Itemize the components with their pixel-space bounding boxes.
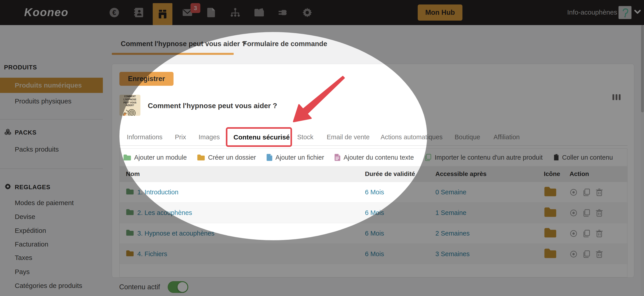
delete-trash-icon[interactable] <box>596 229 603 238</box>
sidebar-item-produits-physiques[interactable]: Produits physiques <box>15 97 71 105</box>
view-eye-icon[interactable] <box>570 209 578 217</box>
contacts-icon[interactable] <box>129 0 149 25</box>
thumb-text: L'HYPNOSE <box>120 98 140 101</box>
add-text-content-button[interactable]: Ajouter du contenu texte <box>334 154 414 161</box>
sidebar-item-devise[interactable]: Devise <box>15 213 35 221</box>
plug-icon[interactable] <box>274 0 293 25</box>
delete-trash-icon[interactable] <box>596 250 603 258</box>
cubes-icon <box>4 128 12 137</box>
import-content-button[interactable]: Importer le contenu d'un autre produit <box>424 154 543 161</box>
content-active-toggle[interactable] <box>168 281 188 293</box>
gold-folder-icon <box>197 154 205 161</box>
blue-file-icon <box>266 154 272 161</box>
row-accessible-link[interactable]: 2 Semaines <box>435 230 544 237</box>
tab-actions-automatiques[interactable]: Actions automatiques <box>380 133 442 141</box>
scrollbar-track[interactable] <box>641 25 644 296</box>
row-name-link[interactable]: 3. Hypnose et acouphènes <box>137 230 214 237</box>
card-menu-icon[interactable] <box>612 94 620 100</box>
product-title: Comment l'hypnose peut vous aider ? <box>148 102 277 110</box>
tab-contenu-securise[interactable]: Contenu sécurisé <box>234 133 290 141</box>
page-tab-product[interactable]: Comment l'hypnose peut vous aider ? <box>121 40 246 48</box>
tool-label: Créer un dossier <box>208 154 256 161</box>
tab-images[interactable]: Images <box>198 133 220 141</box>
duplicate-icon[interactable] <box>582 188 590 196</box>
row-validity-link[interactable]: 6 Mois <box>365 230 435 237</box>
sidebar-item-produits-numeriques[interactable]: Produits numériques <box>0 78 103 93</box>
row-name-link[interactable]: 2. Les acouphènes <box>137 209 192 217</box>
products-icon[interactable] <box>153 3 172 25</box>
sitemap-icon[interactable] <box>226 0 245 25</box>
scrollbar-thumb[interactable] <box>641 25 644 112</box>
sidebar-divider <box>0 119 103 119</box>
table-row: 1. Introduction 6 Mois 0 Semaine <box>120 182 627 202</box>
sidebar-heading-packs: PACKS <box>4 128 37 137</box>
view-eye-icon[interactable] <box>570 250 578 258</box>
product-thumbnail: COMMENT L'HYPNOSE PEUT VOUS AIDER? <box>120 95 140 116</box>
row-icon-folder[interactable] <box>544 248 570 260</box>
sidebar-item-pays[interactable]: Pays <box>15 268 30 276</box>
invoice-icon[interactable] <box>201 0 221 25</box>
row-name-link[interactable]: 1. Introduction <box>137 189 178 196</box>
sidebar-heading-produits: PRODUITS <box>4 64 37 71</box>
paste-clipboard-icon <box>553 154 559 161</box>
add-file-button[interactable]: Ajouter un fichier <box>266 154 324 161</box>
mon-hub-button[interactable]: Mon Hub <box>418 5 462 21</box>
paste-content-button[interactable]: Coller un contenu <box>553 154 613 161</box>
tab-prix[interactable]: Prix <box>175 133 186 141</box>
tool-label: Ajouter du contenu texte <box>344 154 414 161</box>
view-eye-icon[interactable] <box>570 188 578 196</box>
row-validity-link[interactable]: 6 Mois <box>365 209 435 217</box>
col-nom: Nom <box>120 170 365 178</box>
save-button[interactable]: Enregistrer <box>120 72 174 86</box>
sidebar-item-modes-de-paiement[interactable]: Modes de paiement <box>15 199 74 207</box>
folder-icon <box>126 250 134 258</box>
delete-trash-icon[interactable] <box>596 209 603 217</box>
col-action: Action <box>570 170 627 178</box>
sidebar-item-expedition[interactable]: Expédition <box>15 227 46 234</box>
duplicate-icon[interactable] <box>582 229 590 238</box>
row-icon-folder[interactable] <box>544 186 570 198</box>
pink-file-icon <box>334 154 340 161</box>
content-active-row: Contenu actif <box>119 281 188 293</box>
top-navbar: Kooneo € 3 Mon Hub Info-acouphènes <box>0 0 644 25</box>
sidebar-heading-label: PRODUITS <box>4 64 37 71</box>
page-tab-formulaire[interactable]: Formulaire de commande <box>243 40 327 48</box>
add-module-button[interactable]: Ajouter un module <box>123 154 187 161</box>
sidebar-item-facturation[interactable]: Facturation <box>15 240 48 248</box>
table-row: 4. Fichiers 6 Mois 3 Semaines <box>120 244 627 264</box>
row-accessible-link[interactable]: 1 Semaine <box>435 209 544 217</box>
account-name[interactable]: Info-acouphènes <box>567 9 617 16</box>
tab-informations[interactable]: Informations <box>127 133 162 141</box>
tab-stock[interactable]: Stock <box>297 133 314 141</box>
account-avatar[interactable] <box>618 6 632 19</box>
sidebar-item-categories-de-produits[interactable]: Catégories de produits <box>15 282 82 289</box>
row-icon-folder[interactable] <box>544 207 570 219</box>
green-folder-icon <box>123 154 131 161</box>
duplicate-icon[interactable] <box>582 209 590 217</box>
table-header: Nom Durée de validité Accessible après I… <box>120 166 627 182</box>
create-folder-button[interactable]: Créer un dossier <box>197 154 256 161</box>
view-eye-icon[interactable] <box>570 229 578 238</box>
row-validity-link[interactable]: 6 Mois <box>365 189 435 196</box>
files-folder-icon[interactable] <box>249 0 269 25</box>
svg-text:€: € <box>112 9 116 16</box>
row-name-link[interactable]: 4. Fichiers <box>137 250 167 258</box>
product-card: Enregistrer COMMENT L'HYPNOSE PEUT VOUS … <box>112 64 634 278</box>
sidebar-heading-label: PACKS <box>15 129 37 136</box>
sidebar-item-packs-produits[interactable]: Packs produits <box>15 145 59 153</box>
delete-trash-icon[interactable] <box>596 188 603 196</box>
tab-email-de-vente[interactable]: Email de vente <box>327 133 370 141</box>
duplicate-icon[interactable] <box>582 250 590 258</box>
tab-affiliation[interactable]: Affiliation <box>494 133 520 141</box>
row-accessible-link[interactable]: 3 Semaines <box>435 250 544 258</box>
row-accessible-link[interactable]: 0 Semaine <box>435 189 544 196</box>
gear-icon[interactable] <box>298 0 317 25</box>
row-icon-folder[interactable] <box>544 227 570 240</box>
account-chevron-down-icon[interactable] <box>634 10 641 15</box>
kooneo-logo[interactable]: Kooneo <box>24 6 68 19</box>
content-toolbar: Ajouter un module Créer un dossier Ajout… <box>120 149 627 166</box>
row-validity-link[interactable]: 6 Mois <box>365 250 435 258</box>
sidebar-item-taxes[interactable]: Taxes <box>15 254 32 261</box>
currency-icon[interactable]: € <box>104 0 124 25</box>
tab-boutique[interactable]: Boutique <box>454 133 480 141</box>
